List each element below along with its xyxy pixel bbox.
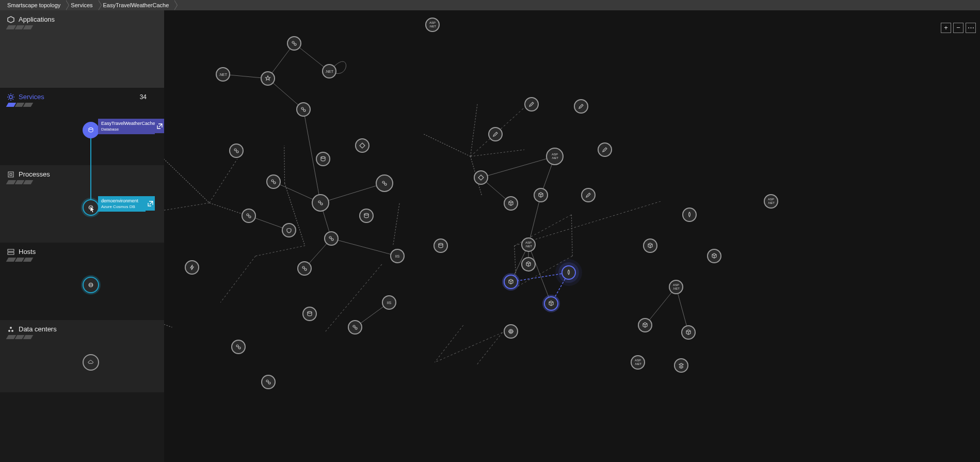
- svg-point-93: [304, 268, 307, 270]
- topology-node[interactable]: [376, 174, 393, 192]
- layer-hosts[interactable]: Hosts: [0, 243, 164, 320]
- topology-node[interactable]: [574, 99, 588, 114]
- topology-node[interactable]: [474, 170, 488, 185]
- svg-line-30: [320, 183, 384, 203]
- topology-node[interactable]: [521, 257, 536, 272]
- topology-node[interactable]: [682, 208, 697, 222]
- open-link-icon[interactable]: [146, 196, 155, 211]
- breadcrumb-item[interactable]: Services: [66, 0, 98, 10]
- topology-node[interactable]: ASP.NET: [669, 280, 683, 294]
- topology-node[interactable]: [261, 71, 275, 86]
- topology-node[interactable]: [681, 325, 696, 340]
- svg-point-76: [303, 109, 306, 111]
- topology-node[interactable]: [504, 324, 518, 339]
- topology-node[interactable]: [297, 261, 312, 276]
- svg-point-81: [274, 182, 276, 184]
- svg-line-64: [548, 215, 596, 256]
- topology-node[interactable]: ASP.NET: [546, 148, 564, 165]
- topology-node[interactable]: [287, 36, 301, 51]
- topology-node[interactable]: [348, 320, 362, 334]
- topology-node[interactable]: IIS: [390, 249, 405, 263]
- svg-point-10: [89, 128, 93, 129]
- svg-line-40: [255, 246, 305, 256]
- svg-point-86: [364, 213, 368, 215]
- topology-node[interactable]: .NET: [322, 64, 336, 78]
- layer-applications[interactable]: Applications: [0, 10, 164, 88]
- topology-node[interactable]: [707, 249, 721, 263]
- topology-node[interactable]: [324, 231, 339, 246]
- topology-node[interactable]: ASP.NET: [764, 194, 778, 209]
- topology-node[interactable]: [231, 340, 246, 354]
- zoom-out-button[interactable]: −: [953, 23, 963, 33]
- topology-node[interactable]: [638, 318, 652, 332]
- svg-rect-16: [8, 252, 14, 254]
- zoom-in-button[interactable]: +: [941, 23, 951, 33]
- topology-node[interactable]: [643, 238, 657, 253]
- topology-node[interactable]: [185, 260, 199, 275]
- svg-point-97: [236, 345, 238, 347]
- topology-node[interactable]: [504, 275, 518, 289]
- canvas-toolbar: + − ⋯: [941, 23, 976, 33]
- svg-point-18: [89, 284, 93, 286]
- svg-line-27: [164, 151, 239, 203]
- topology-node[interactable]: [229, 144, 244, 158]
- topology-node[interactable]: ASP.NET: [631, 355, 645, 370]
- svg-line-41: [220, 256, 255, 302]
- server-icon: [7, 248, 14, 256]
- svg-point-77: [234, 149, 236, 151]
- layer-node-service[interactable]: [83, 122, 99, 138]
- svg-line-69: [435, 325, 463, 362]
- topology-node[interactable]: [296, 102, 311, 117]
- layer-services[interactable]: Services 34 EasyTravelWeatherCache Datab…: [0, 88, 164, 165]
- layer-processes[interactable]: Processes demoenvironment Azure Cosmos D…: [0, 165, 164, 243]
- svg-point-100: [268, 382, 270, 384]
- topology-node[interactable]: [359, 209, 374, 223]
- topology-canvas[interactable]: + − ⋯ .NET.NETASP.NETIISIISASP.NETASP.NE…: [164, 10, 980, 462]
- topology-node[interactable]: [504, 196, 518, 211]
- svg-point-79: [321, 156, 325, 158]
- layer-label: Processes: [19, 170, 50, 178]
- topology-node[interactable]: [316, 152, 330, 166]
- topology-node[interactable]: [534, 188, 548, 202]
- svg-point-87: [247, 214, 249, 216]
- topology-node[interactable]: [598, 142, 612, 157]
- layer-node-host[interactable]: [83, 277, 99, 293]
- layer-node-process[interactable]: [83, 199, 99, 216]
- svg-line-9: [13, 94, 14, 95]
- open-link-icon[interactable]: [155, 119, 164, 133]
- topology-node[interactable]: IIS: [382, 295, 396, 310]
- topology-node[interactable]: [282, 223, 296, 237]
- topology-node[interactable]: [312, 194, 329, 212]
- svg-rect-15: [8, 249, 14, 251]
- topology-node[interactable]: [355, 138, 369, 153]
- topology-node[interactable]: [674, 358, 688, 373]
- svg-line-6: [8, 94, 9, 95]
- topology-node[interactable]: [524, 97, 539, 111]
- svg-point-90: [331, 238, 333, 241]
- topology-node[interactable]: [302, 307, 317, 321]
- topology-node[interactable]: [261, 375, 276, 389]
- topology-node[interactable]: [561, 265, 576, 280]
- layers-sidebar: Applications Services 34 EasyTravelWeath…: [0, 10, 164, 462]
- topology-node[interactable]: [433, 238, 448, 253]
- layer-label: Data centers: [19, 325, 57, 333]
- svg-point-89: [329, 236, 331, 238]
- topology-node[interactable]: [266, 174, 281, 189]
- topology-node[interactable]: .NET: [216, 67, 230, 82]
- topology-node[interactable]: [242, 209, 256, 223]
- layer-node-datacenter[interactable]: [83, 354, 99, 371]
- svg-line-72: [515, 201, 661, 246]
- breadcrumb-item[interactable]: Smartscape topology: [2, 0, 66, 10]
- service-card[interactable]: EasyTravelWeatherCache Database: [98, 119, 155, 134]
- topology-node[interactable]: [581, 188, 596, 202]
- svg-rect-12: [10, 173, 12, 176]
- breadcrumb: Smartscape topology Services EasyTravelW…: [0, 0, 980, 10]
- topology-node[interactable]: [544, 296, 558, 311]
- breadcrumb-item[interactable]: EasyTravelWeatherCache: [98, 0, 174, 10]
- layer-datacenters[interactable]: Data centers: [0, 320, 164, 392]
- more-button[interactable]: ⋯: [966, 23, 976, 33]
- process-card[interactable]: demoenvironment Azure Cosmos DB: [98, 196, 146, 212]
- topology-node[interactable]: ASP.NET: [425, 18, 440, 32]
- topology-node[interactable]: [488, 127, 503, 141]
- topology-node[interactable]: ASP.NET: [521, 237, 536, 252]
